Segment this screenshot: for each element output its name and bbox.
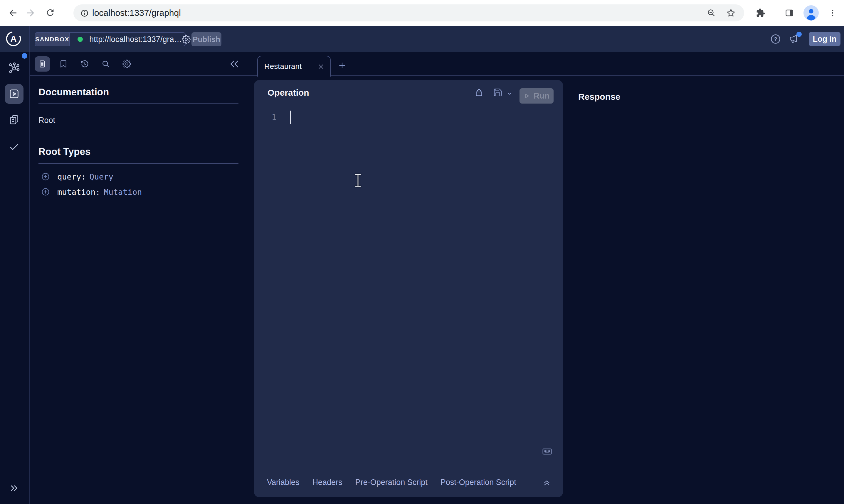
root-type-mutation-row[interactable]: mutation:Mutation (38, 187, 142, 197)
explorer-play-icon (8, 88, 20, 100)
operation-panel: Operation Run 1 (254, 80, 563, 497)
footer-tab-pre-operation-script[interactable]: Pre-Operation Script (355, 478, 428, 487)
checks-icon (8, 141, 20, 152)
mutation-type-link[interactable]: Mutation (104, 187, 142, 197)
tab-restaurant[interactable]: Restaurant (257, 56, 331, 76)
doc-panel-history-button[interactable] (77, 56, 92, 72)
publish-button[interactable]: Publish (191, 32, 221, 46)
address-bar-url[interactable]: localhost:1337/graphql (92, 8, 181, 18)
rail-schema-button[interactable] (5, 58, 23, 77)
browser-toolbar: localhost:1337/graphql (0, 0, 844, 26)
top-strip: Restaurant (30, 52, 844, 76)
save-icon (493, 88, 502, 97)
footer-tab-post-operation-script[interactable]: Post-Operation Script (441, 478, 516, 487)
side-panel-icon[interactable] (785, 8, 794, 18)
editor-line-number: 1 (268, 113, 276, 122)
add-query-field-icon[interactable] (41, 172, 50, 181)
documentation-icon (38, 59, 47, 68)
apollo-logo[interactable]: A (5, 31, 22, 47)
doc-panel-bookmarks-button[interactable] (56, 56, 71, 72)
chevrons-left-icon (228, 58, 240, 70)
header-divider (29, 26, 30, 52)
schema-notification-dot (22, 53, 27, 59)
app-body: Restaurant Documentation Root Root Types… (0, 52, 844, 504)
plus-icon (338, 61, 346, 70)
endpoint-control[interactable]: SANDBOX http://localhost:1337/gra… (35, 32, 186, 46)
zoom-out-icon[interactable] (707, 8, 716, 18)
footer-tab-variables[interactable]: Variables (267, 478, 299, 487)
toolbar-divider (775, 7, 775, 19)
run-label: Run (534, 91, 549, 101)
tab-label: Restaurant (264, 62, 302, 71)
operation-footer: Variables Headers Pre-Operation Script P… (254, 467, 563, 497)
browser-forward-button[interactable] (25, 7, 36, 18)
svg-text:?: ? (774, 36, 777, 42)
chevrons-up-icon (542, 479, 551, 487)
doc-panel-documentation-button[interactable] (35, 56, 50, 72)
address-bar[interactable]: localhost:1337/graphql (73, 4, 744, 21)
login-button[interactable]: Log in (809, 32, 841, 46)
footer-tab-headers[interactable]: Headers (312, 478, 342, 487)
announcements-button[interactable] (789, 33, 800, 44)
reload-icon (45, 7, 55, 18)
operation-title: Operation (268, 88, 309, 98)
documentation-divider (38, 103, 239, 104)
graph-schema-icon (8, 61, 20, 74)
query-type-link[interactable]: Query (90, 172, 113, 181)
doc-panel-search-button[interactable] (98, 56, 113, 72)
chevron-down-icon (506, 91, 513, 96)
root-types-title: Root Types (38, 146, 239, 157)
changelog-diff-icon (8, 114, 20, 126)
save-menu-chevron[interactable] (506, 91, 513, 96)
mouse-ibeam-cursor (355, 174, 361, 187)
expand-footer-button[interactable] (542, 479, 551, 487)
announcement-notification-dot (796, 32, 802, 37)
response-title: Response (578, 92, 620, 102)
save-operation-button[interactable] (493, 88, 502, 97)
settings-gear-icon (122, 59, 131, 68)
apollo-sandbox-screen: localhost:1337/graphql (0, 0, 844, 504)
browser-back-button[interactable] (7, 7, 18, 18)
run-button[interactable]: Run (519, 88, 554, 104)
operation-editor[interactable] (254, 107, 563, 467)
svg-text:A: A (10, 34, 16, 43)
tab-close-icon[interactable] (317, 63, 325, 70)
add-tab-button[interactable] (338, 61, 346, 70)
back-arrow-icon (7, 7, 18, 18)
root-type-query-row[interactable]: query:Query (38, 172, 113, 181)
left-rail (0, 52, 30, 504)
share-operation-button[interactable] (474, 88, 484, 97)
documentation-panel: Documentation Root Root Types query:Quer… (30, 76, 256, 197)
apollo-header: A SANDBOX http://localhost:1337/gra… Pub… (0, 26, 844, 52)
endpoint-url[interactable]: http://localhost:1337/gra… (89, 35, 182, 44)
connection-settings-gear-icon[interactable] (182, 35, 191, 44)
connection-status-dot (77, 37, 83, 42)
help-icon[interactable]: ? (770, 33, 781, 44)
keyboard-shortcuts-button[interactable] (542, 446, 552, 457)
root-link[interactable]: Root (38, 116, 55, 125)
mutation-field-name: mutation: (57, 187, 100, 197)
history-icon (80, 59, 89, 69)
rail-changelog-button[interactable] (5, 110, 23, 129)
collapse-doc-panel-button[interactable] (228, 58, 240, 70)
forward-arrow-icon (25, 7, 36, 18)
documentation-title: Documentation (38, 87, 239, 98)
extensions-icon[interactable] (756, 8, 765, 18)
keyboard-icon (542, 446, 552, 457)
add-mutation-field-icon[interactable] (41, 187, 50, 197)
doc-panel-settings-button[interactable] (119, 56, 135, 72)
bookmark-star-icon[interactable] (726, 8, 736, 18)
browser-menu-icon[interactable] (828, 8, 837, 17)
bookmark-icon (59, 59, 68, 68)
rail-checks-button[interactable] (5, 137, 23, 156)
chevrons-right-icon (10, 484, 19, 493)
share-icon (474, 88, 484, 97)
root-types-divider (38, 163, 239, 164)
play-icon (523, 93, 530, 99)
profile-avatar[interactable] (804, 5, 819, 20)
browser-reload-button[interactable] (45, 7, 56, 18)
rail-explorer-button[interactable] (5, 84, 23, 104)
site-info-icon[interactable] (81, 9, 89, 17)
rail-expand-button[interactable] (5, 479, 23, 498)
sandbox-badge: SANDBOX (35, 33, 70, 46)
